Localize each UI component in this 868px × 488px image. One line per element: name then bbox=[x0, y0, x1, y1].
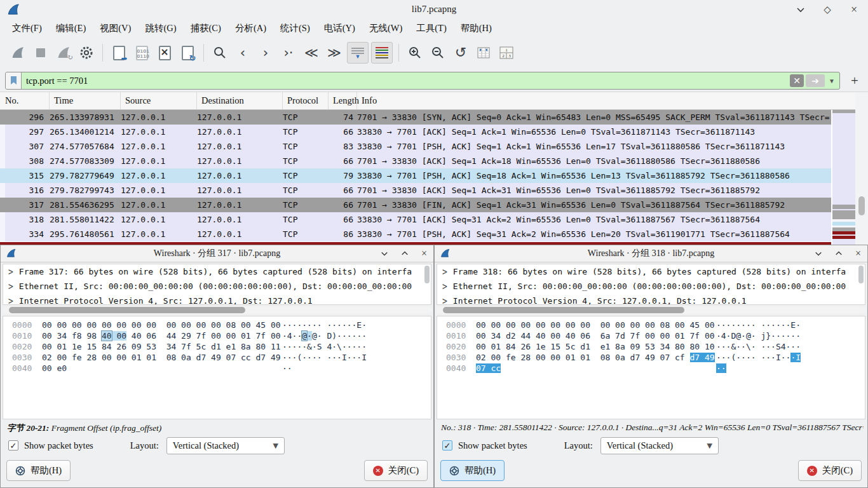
bookmark-icon[interactable] bbox=[6, 72, 22, 89]
file-reload-button[interactable]: ↻ bbox=[177, 43, 198, 63]
close-icon[interactable]: × bbox=[849, 4, 859, 15]
layout-select[interactable]: Vertical (Stacked) ▼ bbox=[166, 437, 285, 454]
capture-restart-button[interactable]: ↻ bbox=[53, 43, 74, 63]
file-open-button[interactable]: ➦ bbox=[109, 43, 129, 63]
tree-row[interactable]: >Frame 317: 66 bytes on wire (528 bits),… bbox=[3, 264, 431, 279]
expander-icon[interactable]: > bbox=[8, 295, 13, 305]
hex-dump-pane[interactable]: 0000 00 00 00 00 00 00 00 00 00 00 00 00… bbox=[3, 316, 431, 419]
display-filter-input[interactable]: tcp.port == 7701 ✕ ➔ ▼ bbox=[5, 72, 840, 90]
maximize-icon[interactable] bbox=[401, 250, 409, 257]
packet-row-297[interactable]: 297265.134001214127.0.0.1127.0.0.1TCP663… bbox=[0, 125, 831, 139]
packet-row-317[interactable]: 317281.554636295127.0.0.1127.0.0.1TCP667… bbox=[0, 198, 831, 212]
hex-line[interactable]: 0030 02 00 fe 28 00 00 01 01 08 0a d7 49… bbox=[446, 352, 865, 363]
zoom-out-button[interactable] bbox=[428, 43, 448, 63]
packet-row-307[interactable]: 307274.577057684127.0.0.1127.0.0.1TCP833… bbox=[0, 139, 831, 154]
column-header-source[interactable]: Source bbox=[121, 92, 197, 109]
hex-line[interactable]: 0010 00 34 d2 44 40 00 40 06 6a 7d 7f 00… bbox=[446, 330, 865, 341]
help-button[interactable]: 帮助(H) bbox=[440, 460, 505, 481]
find-packet-button[interactable] bbox=[210, 43, 230, 63]
capture-stop-button[interactable] bbox=[31, 43, 51, 63]
minimize-icon[interactable] bbox=[796, 4, 806, 15]
packet-detail-tree[interactable]: >Frame 318: 66 bytes on wire (528 bits),… bbox=[437, 264, 865, 305]
show-packet-bytes-checkbox[interactable]: ✓ bbox=[442, 440, 452, 451]
close-button[interactable]: ✕ 关闭(C) bbox=[798, 460, 862, 481]
go-next-button[interactable]: › bbox=[255, 43, 276, 63]
intelligent-scrollbar-minimap[interactable] bbox=[832, 110, 855, 245]
resize-columns-button[interactable] bbox=[473, 43, 494, 63]
add-filter-button[interactable]: + bbox=[846, 74, 863, 88]
hex-line[interactable]: 0020 00 01 1e 15 84 26 09 53 34 7f 5c d1… bbox=[12, 341, 431, 352]
go-last-button[interactable]: ≫ bbox=[324, 43, 344, 63]
tree-row[interactable]: >Internet Protocol Version 4, Src: 127.0… bbox=[3, 294, 431, 305]
capture-start-button[interactable] bbox=[8, 43, 28, 63]
column-header-no[interactable]: No. bbox=[0, 92, 50, 109]
expander-icon[interactable]: > bbox=[442, 280, 447, 292]
zoom-in-button[interactable] bbox=[405, 43, 425, 63]
expander-icon[interactable]: > bbox=[8, 266, 13, 278]
menu-item[interactable]: 文件(F) bbox=[5, 20, 49, 36]
tree-row[interactable]: >Internet Protocol Version 4, Src: 127.0… bbox=[437, 294, 865, 305]
hex-line[interactable]: 0000 00 00 00 00 00 00 00 00 00 00 00 00… bbox=[446, 320, 865, 330]
tree-row[interactable]: >Frame 318: 66 bytes on wire (528 bits),… bbox=[437, 264, 865, 279]
tree-scrollbar-handle[interactable] bbox=[858, 266, 864, 283]
packet-row-334[interactable]: 334295.761480561127.0.0.1127.0.0.1TCP863… bbox=[0, 227, 831, 241]
menu-item[interactable]: 电话(Y) bbox=[317, 20, 362, 36]
column-header-info[interactable]: Info bbox=[357, 92, 868, 109]
scrollbar-handle[interactable] bbox=[858, 196, 865, 215]
menu-item[interactable]: 无线(W) bbox=[362, 20, 409, 36]
apply-filter-icon[interactable]: ➔ bbox=[806, 74, 825, 87]
file-save-button[interactable]: 01010110 bbox=[132, 43, 152, 63]
clear-filter-icon[interactable]: ✕ bbox=[790, 74, 804, 87]
column-header-length[interactable]: Length bbox=[329, 92, 357, 109]
expander-icon[interactable]: > bbox=[8, 280, 13, 292]
hex-line[interactable]: 0010 00 34 f8 98 40 00 40 06 44 29 7f 00… bbox=[12, 330, 431, 341]
tree-scrollbar-handle[interactable] bbox=[424, 266, 430, 283]
hex-line[interactable]: 0000 00 00 00 00 00 00 00 00 00 00 00 00… bbox=[12, 320, 431, 330]
menu-item[interactable]: 统计(S) bbox=[273, 20, 317, 36]
minimize-icon[interactable] bbox=[381, 250, 388, 257]
show-packet-bytes-checkbox[interactable]: ✓ bbox=[8, 440, 18, 451]
menu-item[interactable]: 工具(T) bbox=[409, 20, 454, 36]
hex-dump-pane[interactable]: 0000 00 00 00 00 00 00 00 00 00 00 00 00… bbox=[437, 316, 865, 419]
packet-row-296[interactable]: 296265.133978931127.0.0.1127.0.0.1TCP747… bbox=[0, 110, 831, 125]
menu-item[interactable]: 编辑(E) bbox=[49, 20, 93, 36]
filter-dropdown-icon[interactable]: ▼ bbox=[827, 78, 837, 85]
menu-item[interactable]: 捕获(C) bbox=[184, 20, 228, 36]
horizontal-scrollbar[interactable] bbox=[437, 306, 865, 314]
file-close-button[interactable]: × bbox=[154, 43, 175, 63]
packet-list-header[interactable]: No.TimeSourceDestinationProtocolLengthIn… bbox=[0, 92, 868, 110]
packet-detail-tree[interactable]: >Frame 317: 66 bytes on wire (528 bits),… bbox=[3, 264, 431, 305]
packet-row-315[interactable]: 315279.782779649127.0.0.1127.0.0.1TCP793… bbox=[0, 168, 831, 183]
hex-line[interactable]: 0040 07 cc·· bbox=[446, 363, 865, 374]
zoom-reset-button[interactable]: ↺ bbox=[451, 43, 471, 63]
menu-item[interactable]: 分析(A) bbox=[228, 20, 273, 36]
maximize-icon[interactable] bbox=[835, 250, 843, 257]
auto-scroll-button[interactable]: ▼ bbox=[347, 42, 369, 64]
go-first-button[interactable]: ≪ bbox=[301, 43, 322, 63]
horizontal-scrollbar[interactable] bbox=[3, 306, 431, 314]
expander-icon[interactable]: > bbox=[442, 295, 447, 305]
hex-line[interactable]: 0040 00 e0·· bbox=[12, 363, 431, 374]
tree-row[interactable]: >Ethernet II, Src: 00:00:00_00:00:00 (00… bbox=[437, 279, 865, 294]
menu-item[interactable]: 帮助(H) bbox=[454, 20, 499, 36]
minimize-icon[interactable] bbox=[815, 250, 822, 257]
column-header-destination[interactable]: Destination bbox=[197, 92, 283, 109]
layout-pick-button[interactable]: 123 bbox=[496, 43, 517, 63]
close-button[interactable]: ✕ 关闭(C) bbox=[364, 460, 428, 481]
capture-options-button[interactable] bbox=[76, 43, 97, 63]
column-header-time[interactable]: Time bbox=[50, 92, 121, 109]
column-header-protocol[interactable]: Protocol bbox=[283, 92, 329, 109]
hex-line[interactable]: 0030 02 00 fe 28 00 00 01 01 08 0a d7 49… bbox=[12, 352, 431, 363]
scrollbar-handle[interactable] bbox=[443, 307, 684, 313]
packet-list-scrollbar[interactable] bbox=[855, 92, 868, 245]
tree-row[interactable]: >Ethernet II, Src: 00:00:00_00:00:00 (00… bbox=[3, 279, 431, 294]
go-to-packet-button[interactable]: ›· bbox=[278, 43, 299, 63]
packet-row-308[interactable]: 308274.577083309127.0.0.1127.0.0.1TCP667… bbox=[0, 154, 831, 168]
close-icon[interactable]: × bbox=[855, 248, 861, 259]
help-button[interactable]: 帮助(H) bbox=[6, 460, 71, 481]
packet-row-318[interactable]: 318281.558011422127.0.0.1127.0.0.1TCP663… bbox=[0, 212, 831, 227]
colorize-button[interactable] bbox=[371, 42, 393, 64]
maximize-icon[interactable]: ◇ bbox=[822, 4, 832, 15]
menu-item[interactable]: 跳转(G) bbox=[138, 20, 183, 36]
menu-item[interactable]: 视图(V) bbox=[93, 20, 138, 36]
